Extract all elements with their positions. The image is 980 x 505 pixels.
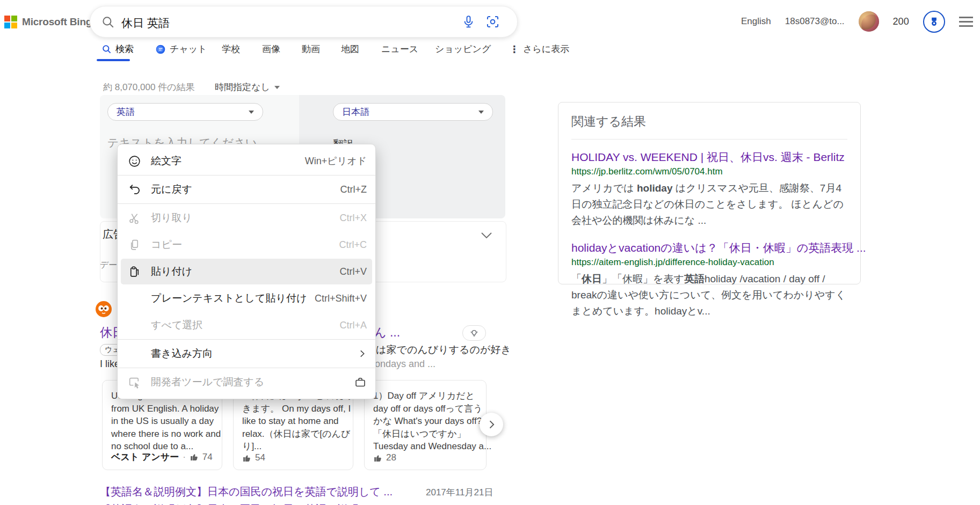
paste-clipboard-icon bbox=[118, 265, 151, 279]
divider bbox=[571, 139, 847, 140]
account-email[interactable]: 18s0873@to... bbox=[785, 16, 845, 27]
menu-item-undo[interactable]: 元に戻す Ctrl+Z bbox=[118, 176, 375, 203]
sidebar-result-1: HOLIDAY vs. WEEKEND | 祝日、休日vs. 週末 - Berl… bbox=[571, 150, 847, 229]
menu-divider bbox=[118, 339, 375, 340]
search-tab-icon bbox=[101, 44, 112, 54]
menu-item-paste-plain[interactable]: プレーンテキストとして貼り付け Ctrl+Shift+V bbox=[118, 285, 375, 312]
menu-item-copy: コピー Ctrl+C bbox=[118, 231, 375, 258]
result-url: https://aitem-english.jp/difference-holi… bbox=[571, 257, 847, 268]
copy-icon bbox=[118, 238, 151, 252]
caret-down-icon bbox=[274, 86, 280, 89]
menu-item-cut: 切り取り Ctrl+X bbox=[118, 204, 375, 231]
target-language-dropdown[interactable]: 日本語 bbox=[333, 103, 493, 121]
logo-text: Microsoft Bing bbox=[22, 16, 92, 28]
likes-count: 54 bbox=[255, 452, 265, 463]
source-language-dropdown[interactable]: 英語 bbox=[107, 103, 263, 121]
rewards-medal-icon[interactable] bbox=[923, 11, 945, 33]
related-link-clipped[interactable]: 【英語名＆説明例文】日本の国民の祝日を英語で説明して ... bbox=[100, 502, 393, 505]
scissors-icon bbox=[118, 211, 151, 225]
qa-answer-en-fragment-right: ondays and ... bbox=[375, 358, 435, 370]
search-query-text[interactable]: 休日 英語 bbox=[121, 16, 170, 31]
briefcase-icon bbox=[354, 376, 367, 389]
menu-item-paste[interactable]: 貼り付け Ctrl+V bbox=[118, 258, 375, 285]
emoji-smiley-icon bbox=[118, 155, 151, 168]
qa-title-fragment-right[interactable]: ん ... bbox=[374, 324, 400, 341]
results-count: 約 8,070,000 件の結果 bbox=[103, 81, 194, 93]
microsoft-bing-logo[interactable]: Microsoft Bing bbox=[4, 16, 92, 28]
microphone-icon[interactable] bbox=[461, 14, 476, 29]
menu-divider bbox=[118, 203, 375, 204]
carousel-next-button[interactable] bbox=[480, 413, 503, 436]
tab-more[interactable]: ⋮ さらに表示 bbox=[510, 43, 569, 55]
inspect-icon bbox=[118, 376, 151, 389]
thumbs-up-icon bbox=[190, 452, 199, 462]
chevron-down-icon[interactable] bbox=[478, 229, 495, 241]
menu-item-inspect-devtools: 開発者ツールで調査する bbox=[118, 369, 375, 396]
tab-news[interactable]: ニュース bbox=[381, 43, 418, 55]
vertical-dots-icon: ⋮ bbox=[510, 45, 519, 54]
related-results-panel: 関連する結果 HOLIDAY vs. WEEKEND | 祝日、休日vs. 週末… bbox=[558, 102, 861, 284]
menu-item-emoji[interactable]: 絵文字 Win+ピリオド bbox=[118, 148, 375, 174]
sidebar-result-2: holidayとvacationの違いは？「休日・休暇」の英語表現 ... ht… bbox=[571, 240, 847, 319]
tab-images[interactable]: 画像 bbox=[262, 43, 280, 55]
tab-chat[interactable]: チャット bbox=[155, 43, 207, 55]
menu-item-writing-direction[interactable]: 書き込み方向 bbox=[118, 340, 375, 367]
menu-divider bbox=[118, 175, 375, 175]
active-tab-underline bbox=[97, 59, 130, 61]
menu-divider bbox=[118, 368, 375, 368]
thumbs-up-icon bbox=[242, 453, 251, 463]
tab-search[interactable]: 検索 bbox=[101, 43, 134, 55]
bing-serp-page: Microsoft Bing 休日 英語 Engl bbox=[0, 0, 980, 505]
hinative-avatar-icon bbox=[96, 301, 112, 317]
result-snippet: 「休日」「休暇」を表す英語holiday /vacation / day off… bbox=[571, 271, 848, 319]
likes-count: 74 bbox=[202, 452, 213, 463]
language-selector[interactable]: English bbox=[741, 16, 771, 27]
result-title-link[interactable]: HOLIDAY vs. WEEKEND | 祝日、休日vs. 週末 - Berl… bbox=[571, 150, 847, 164]
tab-videos[interactable]: 動画 bbox=[302, 43, 320, 55]
search-box[interactable]: 休日 英語 bbox=[90, 6, 518, 38]
answer-card-3[interactable]: 1）Day off アメリカだと day off or days offって言う… bbox=[364, 380, 487, 470]
result-url: https://jp.berlitz.com/wm/05/0704.htm bbox=[571, 166, 847, 177]
likes-count: 28 bbox=[386, 452, 396, 463]
related-link[interactable]: 【英語名＆説明例文】日本の国民の祝日を英語で説明して ... bbox=[100, 485, 393, 499]
context-menu: 絵文字 Win+ピリオド 元に戻す Ctrl+Z 切り取り bbox=[117, 144, 376, 399]
profile-avatar[interactable] bbox=[859, 11, 879, 32]
tab-school[interactable]: 学校 bbox=[222, 43, 240, 55]
hamburger-menu-icon[interactable] bbox=[959, 17, 973, 27]
visual-search-camera-icon[interactable] bbox=[485, 14, 500, 29]
rewards-points: 200 bbox=[893, 16, 909, 27]
microsoft-logo-icon bbox=[4, 16, 17, 28]
result-title-link[interactable]: holidayとvacationの違いは？「休日・休暇」の英語表現 ... bbox=[571, 240, 847, 255]
tab-maps[interactable]: 地図 bbox=[341, 43, 359, 55]
qa-answer-jp-fragment: は家でのんびりするのが好き bbox=[376, 343, 511, 357]
related-results-header: 関連する結果 bbox=[571, 113, 847, 130]
tab-shopping[interactable]: ショッピング bbox=[435, 43, 491, 55]
submenu-chevron-right-icon bbox=[357, 349, 367, 358]
related-link-date: 2017年11月21日 bbox=[426, 486, 493, 499]
result-snippet: アメリカでは holiday はクリスマスや元旦、感謝祭、7月4日の独立記念日な… bbox=[571, 180, 848, 229]
menu-item-select-all: すべて選択 Ctrl+A bbox=[118, 312, 375, 339]
chevron-right-icon bbox=[486, 419, 497, 430]
header-right-cluster: English 18s0873@to... 200 bbox=[741, 0, 973, 43]
caret-down-icon bbox=[249, 111, 254, 114]
undo-icon bbox=[118, 183, 151, 196]
search-icon bbox=[101, 15, 115, 29]
lightbulb-icon[interactable] bbox=[462, 325, 486, 341]
best-answer-label: ベスト アンサー bbox=[111, 451, 179, 463]
chat-tab-icon bbox=[155, 44, 166, 55]
time-filter-dropdown[interactable]: 時間指定なし bbox=[215, 81, 280, 93]
caret-down-icon bbox=[478, 111, 484, 114]
thumbs-up-icon bbox=[373, 453, 382, 463]
